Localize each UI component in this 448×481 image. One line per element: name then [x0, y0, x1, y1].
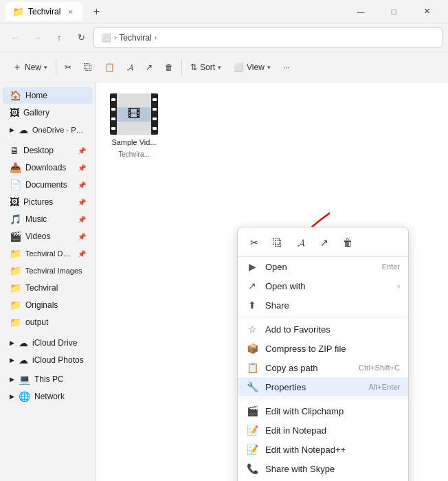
sidebar-item-techviral[interactable]: 📁 Techviral	[3, 280, 93, 296]
new-button[interactable]: ＋ New ▾	[7, 56, 53, 78]
sidebar-item-icloud-drive[interactable]: ▶ ☁ iCloud Drive	[3, 335, 93, 351]
sidebar-item-this-pc[interactable]: ▶ 💻 This PC	[3, 371, 93, 388]
cm-open-with[interactable]: ↗ Open with ›	[238, 276, 408, 295]
folder-icon: 📁	[10, 317, 21, 328]
cloud-section: ▶ ☁ iCloud Drive ▶ ☁ iCloud Photos	[0, 335, 96, 368]
file-subname: Techvira...	[118, 150, 150, 159]
maximize-button[interactable]: □	[378, 0, 410, 23]
sidebar-item-techviral-docum[interactable]: 📁 Techviral Docum... 📌	[3, 245, 93, 262]
cm-copy-button[interactable]: ⿻	[267, 233, 289, 252]
sidebar-item-label: Techviral Images	[25, 267, 86, 275]
cm-edit-notepadpp[interactable]: 📝 Edit with Notepad++	[238, 440, 408, 459]
new-tab-button[interactable]: +	[87, 2, 106, 21]
expand-icon: ▶	[10, 339, 14, 346]
new-label: New	[25, 63, 41, 72]
copy-button[interactable]: ⿻	[78, 56, 98, 78]
cm-add-favorites[interactable]: ☆ Add to Favorites	[238, 320, 408, 339]
sidebar-item-videos[interactable]: 🎬 Videos 📌	[3, 228, 93, 245]
sidebar-item-label: Originals	[25, 300, 86, 310]
pin-icon: 📌	[78, 164, 86, 172]
context-menu: ✂ ⿻ 𝓐 ↗ 🗑 ▶ Open Enter ↗ Open with › ⬆ S…	[237, 227, 409, 481]
sidebar-item-label: iCloud Photos	[32, 355, 86, 365]
sidebar-item-desktop[interactable]: 🖥 Desktop 📌	[3, 142, 93, 159]
minimize-button[interactable]: —	[345, 0, 377, 23]
folder-icon: 📁	[10, 282, 21, 293]
pin-icon: 📌	[78, 233, 86, 240]
sidebar-item-label: OneDrive - Persona	[32, 126, 86, 134]
cm-item-label: Compress to ZIP file	[265, 344, 400, 354]
file-item-sample-video[interactable]: 🎞 Sample Vid... Techvira...	[103, 89, 165, 163]
gallery-icon: 🖼	[10, 107, 19, 118]
film-strip-left	[110, 93, 117, 135]
paste-button[interactable]: 📋	[99, 56, 120, 78]
cm-winrar[interactable]: 📦 WinRAR ›	[238, 478, 408, 481]
sidebar-item-documents[interactable]: 📄 Documents 📌	[3, 177, 93, 193]
copy-path-icon: 📋	[246, 362, 258, 373]
breadcrumb-current: Techviral	[119, 33, 151, 43]
cm-cut-button[interactable]: ✂	[243, 233, 265, 252]
cm-share[interactable]: ⬆ Share	[238, 295, 408, 315]
cut-button[interactable]: ✂	[59, 56, 77, 78]
cm-share-skype[interactable]: 📞 Share with Skype	[238, 459, 408, 478]
compress-icon: 📦	[246, 343, 258, 354]
pin-icon: 📌	[78, 199, 86, 206]
cm-open[interactable]: ▶ Open Enter	[238, 257, 408, 276]
sidebar-item-originals[interactable]: 📁 Originals	[3, 297, 93, 313]
sort-button[interactable]: ⇅ Sort ▾	[185, 56, 227, 78]
forward-button[interactable]: →	[27, 28, 47, 47]
new-icon: ＋	[12, 61, 22, 74]
cm-compress[interactable]: 📦 Compress to ZIP file	[238, 339, 408, 358]
sidebar-item-icloud-photos[interactable]: ▶ ☁ iCloud Photos	[3, 352, 93, 368]
cm-item-label: Edit with Notepad++	[265, 445, 400, 455]
sidebar-item-label: This PC	[34, 374, 86, 384]
up-button[interactable]: ↑	[49, 28, 69, 47]
sidebar-item-home[interactable]: 🏠 Home	[3, 87, 93, 104]
rename-button[interactable]: 𝓐	[122, 56, 139, 78]
expand-icon: ▶	[10, 393, 14, 400]
notepadpp-icon: 📝	[246, 444, 258, 455]
cm-delete-button[interactable]: 🗑	[337, 233, 359, 252]
open-icon: ▶	[246, 261, 258, 272]
view-button[interactable]: ⬜ View ▾	[228, 56, 276, 78]
close-button[interactable]: ✕	[411, 0, 443, 23]
cm-item-label: Share	[265, 300, 400, 311]
sort-icon: ⇅	[190, 63, 197, 72]
context-menu-toolbar: ✂ ⿻ 𝓐 ↗ 🗑	[238, 230, 408, 257]
breadcrumb[interactable]: ⬜ › Techviral ›	[93, 27, 443, 48]
cm-edit-notepad[interactable]: 📝 Edit in Notepad	[238, 421, 408, 440]
cm-rename-button[interactable]: 𝓐	[290, 233, 312, 252]
sidebar-item-pictures[interactable]: 🖼 Pictures 📌	[3, 194, 93, 210]
skype-icon: 📞	[246, 463, 258, 474]
sidebar-item-downloads[interactable]: 📥 Downloads 📌	[3, 159, 93, 176]
sidebar-item-label: Documents	[25, 180, 74, 190]
back-button[interactable]: ←	[5, 28, 25, 47]
sidebar: 🏠 Home 🖼 Gallery ▶ ☁ OneDrive - Persona …	[0, 82, 96, 481]
refresh-button[interactable]: ↻	[71, 28, 91, 47]
cm-copy-path[interactable]: 📋 Copy as path Ctrl+Shift+C	[238, 358, 408, 377]
view-icon: ⬜	[234, 63, 244, 72]
sidebar-item-label: Home	[25, 91, 86, 100]
cm-share-button[interactable]: ↗	[313, 233, 335, 252]
tab-close-button[interactable]: ×	[65, 6, 76, 17]
delete-button[interactable]: 🗑	[159, 56, 179, 78]
tab-folder-icon: 📁	[12, 6, 24, 17]
sidebar-item-network[interactable]: ▶ 🌐 Network	[3, 388, 93, 405]
file-name: Sample Vid...	[111, 137, 156, 147]
sidebar-item-gallery[interactable]: 🖼 Gallery	[3, 104, 93, 121]
cm-item-label: Edit with Clipchamp	[265, 406, 400, 416]
cm-edit-clipchamp[interactable]: 🎬 Edit with Clipchamp	[238, 401, 408, 421]
clipchamp-icon: 🎬	[246, 405, 258, 416]
tab-label: Techviral	[28, 7, 60, 16]
more-button[interactable]: ···	[278, 56, 295, 78]
sidebar-item-label: Desktop	[23, 146, 74, 155]
cm-item-label: Edit in Notepad	[265, 425, 400, 436]
cm-properties[interactable]: 🔧 Properties Alt+Enter	[238, 377, 408, 396]
sidebar-item-techviral-images[interactable]: 📁 Techviral Images	[3, 262, 93, 279]
tab-techviral[interactable]: 📁 Techviral ×	[5, 2, 82, 21]
sidebar-item-onedrive[interactable]: ▶ ☁ OneDrive - Persona	[3, 122, 93, 138]
cm-shortcut: Alt+Enter	[368, 383, 400, 391]
share-button[interactable]: ↗	[140, 56, 158, 78]
folder-icon: 📁	[10, 248, 21, 259]
sidebar-item-output[interactable]: 📁 output	[3, 314, 93, 331]
sidebar-item-music[interactable]: 🎵 Music 📌	[3, 211, 93, 227]
